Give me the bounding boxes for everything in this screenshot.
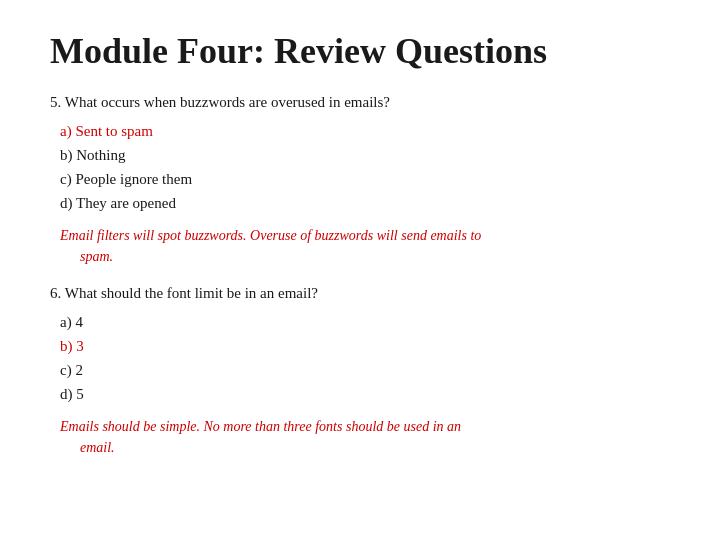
option-label: a) [60,123,75,139]
list-item: b) Nothing [60,143,670,167]
option-text: 2 [75,362,83,378]
question2-explanation: Emails should be simple. No more than th… [50,416,670,458]
option-label: a) [60,314,75,330]
option-label: d) [60,195,76,211]
question2-options: a) 4 b) 3 c) 2 d) 5 [50,310,670,406]
question1-options: a) Sent to spam b) Nothing c) People ign… [50,119,670,215]
option-text: They are opened [76,195,176,211]
list-item: c) 2 [60,358,670,382]
option-text: 4 [75,314,83,330]
option-text: 5 [76,386,84,402]
option-text: People ignore them [75,171,192,187]
option-label: b) [60,338,76,354]
list-item: c) People ignore them [60,167,670,191]
page: Module Four: Review Questions 5. What oc… [0,0,720,540]
question1-text: 5. What occurs when buzzwords are overus… [50,94,670,111]
option-label: b) [60,147,76,163]
list-item: a) Sent to spam [60,119,670,143]
page-title: Module Four: Review Questions [50,30,670,72]
option-text: Nothing [76,147,125,163]
list-item: d) They are opened [60,191,670,215]
list-item: b) 3 [60,334,670,358]
question2-text: 6. What should the font limit be in an e… [50,285,670,302]
option-label: c) [60,171,75,187]
option-text: Sent to spam [75,123,153,139]
option-text: 3 [76,338,84,354]
list-item: a) 4 [60,310,670,334]
option-label: d) [60,386,76,402]
option-label: c) [60,362,75,378]
list-item: d) 5 [60,382,670,406]
question1-explanation: Email filters will spot buzzwords. Overu… [50,225,670,267]
